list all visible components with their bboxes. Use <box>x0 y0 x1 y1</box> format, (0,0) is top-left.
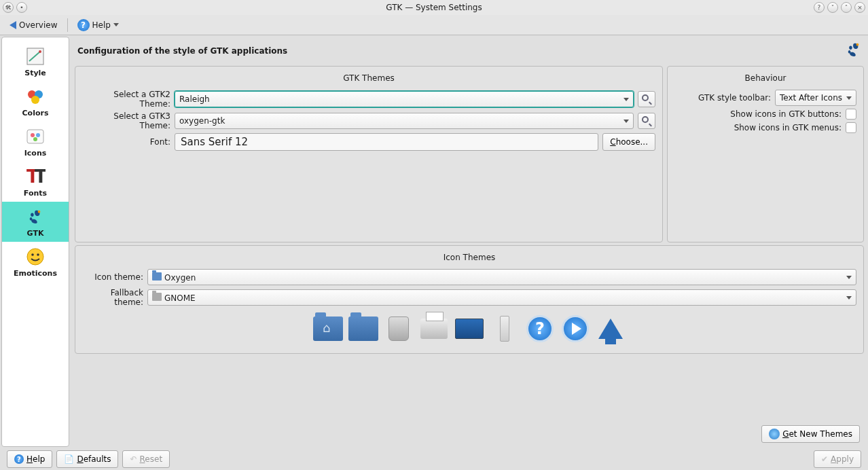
app-icon: 🛠 <box>3 2 14 13</box>
help-button-label: Help <box>26 454 45 464</box>
chevron-down-icon <box>623 120 629 123</box>
svg-point-15 <box>37 253 39 256</box>
chevron-down-icon <box>113 23 119 26</box>
emoticons-icon <box>24 246 46 268</box>
reset-button[interactable]: ↶ Reset <box>122 450 170 468</box>
chevron-down-icon <box>846 96 852 100</box>
help-icon: ? <box>14 454 24 464</box>
maximize-button[interactable]: ˄ <box>841 2 852 13</box>
gtk2-theme-combo[interactable]: Raleigh <box>175 91 634 107</box>
sidebar-item-colors[interactable]: Colors <box>2 82 69 122</box>
printer-icon <box>418 314 450 344</box>
toolbar-style-value: Text After Icons <box>780 93 842 103</box>
content-area: Configuration of the style of GTK applic… <box>71 35 868 448</box>
icon-preview-row: ? <box>82 314 856 344</box>
document-icon: 📄 <box>64 454 74 464</box>
svg-point-14 <box>31 253 34 256</box>
svg-point-9 <box>33 137 37 141</box>
svg-point-7 <box>31 133 35 137</box>
sidebar-item-label: GTK <box>27 229 44 238</box>
get-new-themes-button[interactable]: Get New Themes <box>761 425 860 443</box>
apply-button[interactable]: ✔ Apply <box>814 450 861 468</box>
help-label: Help <box>92 20 111 30</box>
chevron-down-icon <box>846 296 852 300</box>
icon-themes-group: Icon Themes Icon theme: Oxygen Fallback … <box>75 245 864 354</box>
svg-point-13 <box>27 249 43 265</box>
gtk3-theme-combo[interactable]: oxygen-gtk <box>175 113 634 129</box>
window-title: GTK — System Settings <box>386 3 482 12</box>
defaults-button[interactable]: 📄 Defaults <box>56 450 118 468</box>
svg-point-16 <box>856 43 859 46</box>
sidebar-item-label: Emoticons <box>14 269 57 278</box>
sidebar-item-fonts[interactable]: TT Fonts <box>2 162 69 202</box>
desktop-icon <box>454 314 485 344</box>
overview-button[interactable]: Overview <box>5 19 62 31</box>
pin-button[interactable]: • <box>16 2 27 13</box>
minimize-button[interactable]: ˅ <box>827 2 838 13</box>
gtk2-theme-value: Raleigh <box>179 94 210 104</box>
svg-point-12 <box>38 211 41 213</box>
category-sidebar: Style Colors Icons TT Fonts GTK <box>1 37 69 447</box>
gtk-themes-title: GTK Themes <box>82 71 655 87</box>
choose-label: Choose... <box>610 137 648 147</box>
sidebar-item-style[interactable]: Style <box>2 41 69 82</box>
up-arrow-icon <box>595 314 626 344</box>
apply-button-label: Apply <box>831 454 854 464</box>
play-icon <box>560 314 591 344</box>
menus-icons-checkbox[interactable] <box>846 122 856 133</box>
reset-button-label: Reset <box>140 454 163 464</box>
svg-point-5 <box>31 96 39 104</box>
gtk-icon <box>24 206 46 228</box>
help-menu-button[interactable]: ? Help <box>73 18 123 33</box>
sidebar-item-label: Colors <box>22 109 49 118</box>
dialog-button-bar: ? Help 📄 Defaults ↶ Reset ✔ Apply <box>0 448 868 470</box>
drive-icon <box>489 314 520 344</box>
help-button[interactable]: ? Help <box>7 450 52 468</box>
page-title: Configuration of the style of GTK applic… <box>77 46 287 56</box>
buttons-icons-checkbox[interactable] <box>846 109 856 120</box>
svg-point-8 <box>36 133 40 137</box>
magnify-icon <box>642 94 651 104</box>
close-button[interactable]: × <box>854 2 865 13</box>
magnify-icon <box>642 116 651 126</box>
style-icon <box>24 46 46 67</box>
sidebar-item-gtk[interactable]: GTK <box>2 202 69 242</box>
fallback-theme-label: Fallback theme: <box>82 288 143 307</box>
separator <box>67 18 68 32</box>
gtk3-preview-button[interactable] <box>638 113 655 129</box>
sidebar-item-icons[interactable]: Icons <box>2 122 69 162</box>
icon-themes-title: Icon Themes <box>82 250 856 266</box>
defaults-button-label: Defaults <box>77 454 111 464</box>
gtk2-preview-button[interactable] <box>638 91 655 107</box>
gtk2-theme-label: Select a GTK2 Theme: <box>82 90 170 109</box>
gnome-logo-icon <box>846 42 861 59</box>
toolbar-style-combo[interactable]: Text After Icons <box>775 90 856 106</box>
chevron-down-icon <box>846 276 852 279</box>
help-icon: ? <box>77 19 90 31</box>
chevron-down-icon <box>623 98 629 101</box>
fallback-theme-value: GNOME <box>152 293 196 303</box>
whatsthis-button[interactable]: ? <box>814 2 825 13</box>
help-circle-icon: ? <box>524 314 556 344</box>
behaviour-title: Behaviour <box>674 71 856 87</box>
back-arrow-icon <box>10 21 16 29</box>
font-display[interactable]: Sans Serif 12 <box>175 133 598 151</box>
choose-font-button[interactable]: Choose... <box>602 133 655 151</box>
icon-theme-value: Oxygen <box>152 272 196 283</box>
colors-icon <box>24 86 46 107</box>
get-new-themes-label: Get New Themes <box>782 429 852 439</box>
overview-label: Overview <box>19 20 58 30</box>
trash-icon <box>383 314 414 344</box>
icon-theme-label: Icon theme: <box>82 272 143 282</box>
home-folder-icon <box>312 314 344 344</box>
gtk-themes-group: GTK Themes Select a GTK2 Theme: Raleigh … <box>75 66 663 242</box>
titlebar: 🛠 • GTK — System Settings ? ˅ ˄ × <box>0 0 868 15</box>
fonts-icon: TT <box>24 166 46 187</box>
folder-icon <box>348 314 379 344</box>
icons-icon <box>24 126 46 147</box>
svg-text:T: T <box>35 166 46 187</box>
sidebar-item-emoticons[interactable]: Emoticons <box>2 242 69 282</box>
fallback-theme-combo[interactable]: GNOME <box>147 289 856 306</box>
icon-theme-combo[interactable]: Oxygen <box>147 269 856 285</box>
main-toolbar: Overview ? Help <box>0 15 868 35</box>
